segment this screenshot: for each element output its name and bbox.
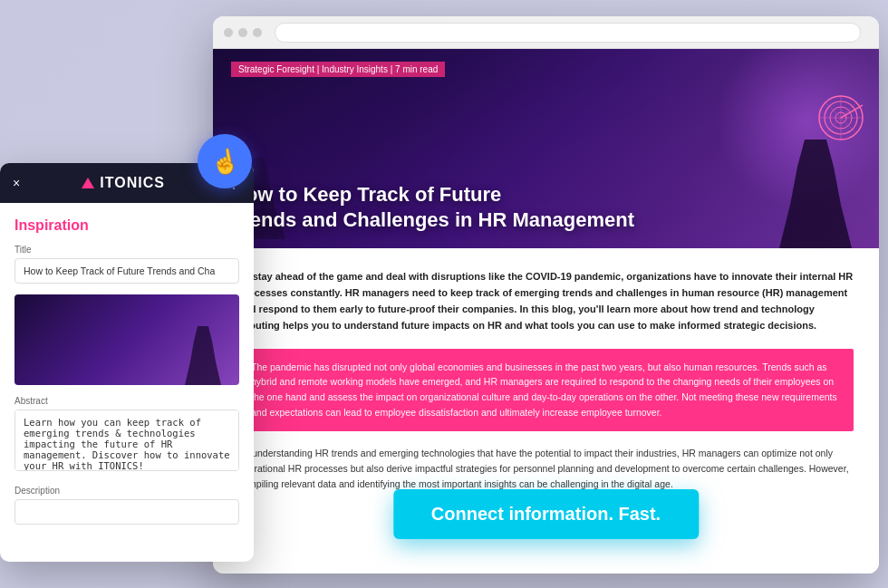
logo-triangle-icon <box>82 178 94 188</box>
radar-icon <box>817 94 864 141</box>
browser-dot-1 <box>224 28 233 37</box>
abstract-textarea[interactable]: Learn how you can keep track of emerging… <box>14 410 239 471</box>
panel-logo: ITONICS <box>29 175 217 191</box>
cta-button[interactable]: Connect information. Fast. <box>393 489 699 539</box>
hero-title: How to Keep Track of FutureTrends and Ch… <box>231 182 861 232</box>
browser-dot-3 <box>253 28 262 37</box>
title-field-label: Title <box>14 245 239 255</box>
browser-url-bar[interactable] <box>275 23 861 43</box>
hand-icon: ☝ <box>208 145 242 178</box>
panel-section-title: Inspiration <box>14 217 239 234</box>
panel-close-button[interactable]: × <box>13 176 20 190</box>
highlight-block: The pandemic has disrupted not only glob… <box>238 349 854 431</box>
scene-container: Strategic Foresight | Industry Insights … <box>0 0 888 588</box>
title-input[interactable] <box>14 258 239 284</box>
thumb-figure <box>185 326 221 385</box>
description-field-label: Description <box>14 486 239 496</box>
cursor-icon: ☝ <box>198 134 252 188</box>
panel-body: Inspiration Title Abstract Learn how you… <box>0 203 254 562</box>
logo-text: ITONICS <box>100 175 165 191</box>
itonics-panel: × ITONICS ⋮ Inspiration Title Abstract L… <box>0 163 254 562</box>
article-intro: To stay ahead of the game and deal with … <box>238 268 854 334</box>
abstract-field-label: Abstract <box>14 396 239 406</box>
browser-chrome <box>213 16 879 49</box>
description-input[interactable] <box>14 499 239 525</box>
article-body: By understanding HR trends and emerging … <box>238 446 854 493</box>
tag-badge[interactable]: Strategic Foresight | Industry Insights … <box>231 62 445 77</box>
thumbnail-preview <box>14 294 239 385</box>
browser-dot-2 <box>238 28 247 37</box>
tags-row: Strategic Foresight | Industry Insights … <box>231 62 445 77</box>
hero-area: Strategic Foresight | Industry Insights … <box>213 49 879 248</box>
browser-window: Strategic Foresight | Industry Insights … <box>213 16 879 574</box>
